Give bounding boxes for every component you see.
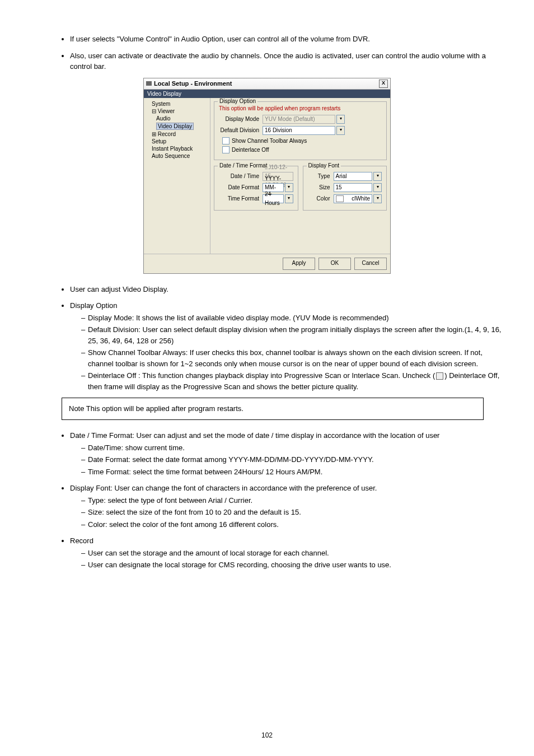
sub-display-mode: Display Mode: It shows the list of avail… — [81, 312, 506, 324]
select-font-type[interactable]: Arial — [334, 172, 373, 181]
tree-panel: System ⊟ Viewer Audio Video Display ⊞ Re… — [144, 98, 210, 254]
sub-dt-dateformat: Date Format: select the date format amon… — [81, 454, 506, 465]
bullet-display-option-head: Display Option Display Mode: It shows th… — [70, 300, 506, 392]
group-title-font: Display Font — [307, 162, 341, 169]
group-display-option: Display Option This option will be appli… — [214, 101, 387, 160]
bullet-activate: Also, user can activate or deactivate th… — [70, 50, 506, 72]
select-display-mode[interactable]: YUV Mode (Default) — [263, 115, 335, 124]
bullet-video-adjust: User can adjust Video Display. — [70, 284, 506, 295]
section-strip: Video Display — [144, 90, 390, 98]
dialog-title: Local Setup - Environment — [154, 80, 232, 87]
checkbox-deinterlace[interactable] — [222, 146, 229, 153]
close-button[interactable]: X — [379, 80, 388, 88]
group-font: Display Font Type Arial ▾ Size 15 ▾ — [303, 166, 387, 211]
tree-item-instant-playback[interactable]: Instant Playback — [146, 145, 208, 152]
bullet-datetime-head: Date / Time Format: User can adjust and … — [70, 430, 506, 477]
chevron-down-icon[interactable]: ▾ — [285, 194, 293, 203]
dialog-icon — [146, 81, 152, 86]
chevron-down-icon[interactable]: ▾ — [336, 126, 345, 135]
label-font-size: Size — [308, 184, 334, 190]
sub-dt-timeformat: Time Format: select the time format betw… — [81, 466, 506, 478]
label-dateformat: Date Format — [219, 184, 263, 190]
chevron-down-icon[interactable]: ▾ — [285, 183, 293, 192]
bullet-font-head: Display Font: User can change the font o… — [70, 483, 506, 530]
note-box: Note This option will be applied after p… — [62, 398, 484, 420]
chevron-down-icon[interactable]: ▾ — [373, 172, 382, 181]
label-timeformat: Time Format — [219, 195, 263, 202]
label-default-division: Default Division — [219, 127, 263, 133]
sub-default-division: Default Division: User can select defaul… — [81, 324, 506, 346]
tree-item-video-display[interactable]: Video Display — [146, 122, 208, 130]
sub-font-type: Type: select the type of font between Ar… — [81, 495, 506, 506]
sub-font-color: Color: select the color of the font amon… — [81, 519, 506, 530]
label-font-color: Color — [308, 195, 334, 202]
tree-item-system[interactable]: System — [146, 100, 208, 108]
label-deinterlace: Deinterlace Off — [232, 147, 269, 153]
group-datetime: Date / Time Format Date / Time 2010-12-1… — [214, 166, 298, 211]
bullet-volume: If user selects "Volume Control" in Audi… — [70, 34, 506, 45]
select-timeformat[interactable]: 24 Hours — [263, 194, 284, 203]
restart-note: This option will be applied when program… — [219, 105, 382, 111]
label-show-toolbar: Show Channel Toolbar Always — [232, 138, 307, 144]
sub-record-designate: User can designate the local storage for… — [81, 559, 506, 571]
cancel-button[interactable]: Cancel — [354, 258, 387, 270]
input-font-size[interactable]: 15 — [334, 183, 373, 192]
sub-deinterlace: Deinterlace Off : This function changes … — [81, 370, 506, 392]
sub-dt-current: Date/Time: show current time. — [81, 442, 506, 454]
label-display-mode: Display Mode — [219, 116, 263, 122]
inline-checkbox-icon — [436, 372, 443, 380]
page-number: 102 — [0, 731, 534, 739]
tree-item-audio[interactable]: Audio — [146, 115, 208, 122]
bullet-record-head: Record User can set the storage and the … — [70, 535, 506, 571]
select-default-division[interactable]: 16 Division — [263, 126, 335, 135]
dialog-local-setup: Local Setup - Environment X Video Displa… — [143, 78, 391, 274]
sub-show-toolbar: Show Channel Toolbar Always: If user che… — [81, 347, 506, 369]
group-title-datetime: Date / Time Format — [218, 162, 269, 169]
tree-item-viewer[interactable]: ⊟ Viewer — [146, 108, 208, 115]
select-font-color[interactable]: clWhite — [334, 194, 373, 203]
sub-font-size: Size: select the size of the font from 1… — [81, 507, 506, 518]
label-datetime: Date / Time — [219, 173, 263, 179]
tree-item-auto-sequence[interactable]: Auto Sequence — [146, 152, 208, 160]
tree-item-record[interactable]: ⊞ Record — [146, 130, 208, 138]
font-size-picker-icon[interactable]: ▾ — [373, 183, 382, 192]
tree-item-setup[interactable]: Setup — [146, 138, 208, 145]
color-swatch — [336, 195, 344, 202]
sub-record-storage: User can set the storage and the amount … — [81, 548, 506, 559]
checkbox-show-toolbar[interactable] — [222, 137, 229, 144]
apply-button[interactable]: Apply — [283, 258, 315, 270]
chevron-down-icon[interactable]: ▾ — [373, 194, 382, 203]
label-font-type: Type — [308, 173, 334, 179]
chevron-down-icon[interactable]: ▾ — [336, 115, 345, 124]
group-title-display: Display Option — [218, 98, 257, 104]
ok-button[interactable]: OK — [318, 258, 351, 270]
